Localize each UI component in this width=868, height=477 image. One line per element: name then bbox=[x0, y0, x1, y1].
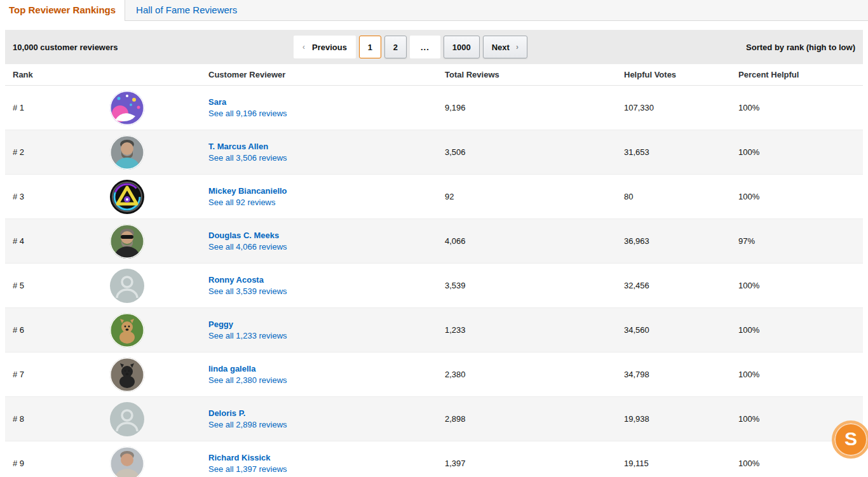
sort-order-label: Sorted by rank (high to low) bbox=[746, 43, 855, 52]
percent-helpful-cell: 100% bbox=[738, 147, 863, 157]
see-all-reviews-link[interactable]: See all 1,397 reviews bbox=[208, 464, 445, 474]
avatar-cell bbox=[75, 358, 208, 392]
avatar-cell bbox=[75, 269, 208, 303]
black-dog-avatar[interactable] bbox=[110, 358, 144, 392]
percent-helpful-cell: 100% bbox=[738, 103, 863, 112]
reviewer-name-link[interactable]: Ronny Acosta bbox=[208, 275, 445, 285]
total-reviews-cell: 1,397 bbox=[445, 459, 624, 468]
table-row: # 2T. Marcus AllenSee all 3,506 reviews3… bbox=[5, 130, 863, 175]
man-photo-avatar[interactable] bbox=[110, 447, 144, 477]
table-row: # 1SaraSee all 9,196 reviews9,196107,330… bbox=[5, 86, 863, 130]
percent-helpful-cell: 97% bbox=[738, 236, 863, 246]
total-reviews-cell: 4,066 bbox=[445, 236, 624, 246]
reviewer-name-link[interactable]: Deloris P. bbox=[208, 408, 445, 418]
sunglasses-man-avatar[interactable] bbox=[110, 224, 144, 259]
table-row: # 6PeggySee all 1,233 reviews1,23334,560… bbox=[5, 308, 863, 353]
reviewer-cell: linda galellaSee all 2,380 reviews bbox=[208, 364, 445, 385]
avatar-cell bbox=[75, 313, 208, 347]
reviewer-name-link[interactable]: Sara bbox=[208, 97, 445, 107]
total-reviews-cell: 3,506 bbox=[445, 147, 624, 157]
toolbar: 10,000 customer reviewers ‹ Previous 1 2… bbox=[5, 30, 863, 64]
see-all-reviews-link[interactable]: See all 3,506 reviews bbox=[208, 153, 445, 163]
avatar-cell bbox=[75, 135, 208, 170]
table-body: # 1SaraSee all 9,196 reviews9,196107,330… bbox=[5, 86, 863, 477]
helpful-votes-cell: 36,963 bbox=[624, 236, 738, 246]
helpful-votes-cell: 32,456 bbox=[624, 281, 738, 290]
rank-cell: # 6 bbox=[5, 325, 75, 335]
rank-cell: # 5 bbox=[5, 281, 75, 290]
previous-button[interactable]: ‹ Previous bbox=[294, 36, 356, 58]
reviewer-name-link[interactable]: Peggy bbox=[208, 319, 445, 329]
tab-hall-of-fame-reviewers[interactable]: Hall of Fame Reviewers bbox=[136, 4, 237, 15]
dog-on-grass-avatar[interactable] bbox=[110, 313, 144, 347]
extension-badge[interactable]: S bbox=[832, 420, 868, 459]
default-avatar[interactable] bbox=[110, 402, 144, 436]
total-reviews-cell: 2,898 bbox=[445, 414, 624, 424]
reviewer-cell: Douglas C. MeeksSee all 4,066 reviews bbox=[208, 231, 445, 252]
total-reviews-cell: 2,380 bbox=[445, 370, 624, 379]
total-reviews-cell: 9,196 bbox=[445, 103, 624, 112]
total-reviews-cell: 1,233 bbox=[445, 325, 624, 335]
reviewer-cell: Deloris P.See all 2,898 reviews bbox=[208, 408, 445, 429]
avatar-cell bbox=[75, 402, 208, 436]
helpful-votes-cell: 19,115 bbox=[624, 459, 738, 468]
rank-cell: # 4 bbox=[5, 236, 75, 246]
helpful-votes-cell: 34,560 bbox=[624, 325, 738, 335]
table-row: # 8Deloris P.See all 2,898 reviews2,8981… bbox=[5, 397, 863, 441]
page-button-1[interactable]: 1 bbox=[359, 36, 381, 58]
default-avatar[interactable] bbox=[110, 269, 144, 303]
table-row: # 5Ronny AcostaSee all 3,539 reviews3,53… bbox=[5, 264, 863, 308]
helpful-votes-cell: 31,653 bbox=[624, 147, 738, 157]
tab-bar: Top Reviewer Rankings Hall of Fame Revie… bbox=[0, 0, 868, 21]
helpful-votes-cell: 19,938 bbox=[624, 414, 738, 424]
tab-strip: Hall of Fame Reviewers bbox=[125, 0, 868, 21]
reviewer-name-link[interactable]: linda galella bbox=[208, 364, 445, 373]
tab-top-reviewer-rankings[interactable]: Top Reviewer Rankings bbox=[0, 0, 125, 21]
rank-cell: # 7 bbox=[5, 370, 75, 379]
reviewer-cell: PeggySee all 1,233 reviews bbox=[208, 319, 445, 340]
see-all-reviews-link[interactable]: See all 4,066 reviews bbox=[208, 242, 445, 252]
avatar-cell bbox=[75, 180, 208, 214]
page-button-1000[interactable]: 1000 bbox=[444, 36, 480, 58]
reviewer-name-link[interactable]: Mickey Biancaniello bbox=[208, 186, 445, 196]
unicorn-art-avatar[interactable] bbox=[110, 91, 144, 125]
reviewer-name-link[interactable]: T. Marcus Allen bbox=[208, 142, 445, 151]
page-button-2[interactable]: 2 bbox=[384, 36, 407, 58]
see-all-reviews-link[interactable]: See all 3,539 reviews bbox=[208, 286, 445, 296]
avatar-cell bbox=[75, 91, 208, 125]
triangle-logo-avatar[interactable] bbox=[110, 180, 144, 214]
reviewer-name-link[interactable]: Douglas C. Meeks bbox=[208, 231, 445, 240]
reviewer-cell: SaraSee all 9,196 reviews bbox=[208, 97, 445, 118]
percent-helpful-cell: 100% bbox=[738, 370, 863, 379]
reviewer-name-link[interactable]: Richard Kissick bbox=[208, 453, 445, 462]
table-row: # 4Douglas C. MeeksSee all 4,066 reviews… bbox=[5, 219, 863, 264]
bearded-man-avatar[interactable] bbox=[110, 135, 144, 170]
rank-cell: # 8 bbox=[5, 414, 75, 424]
see-all-reviews-link[interactable]: See all 2,380 reviews bbox=[208, 375, 445, 385]
total-reviews-cell: 3,539 bbox=[445, 281, 624, 290]
reviewer-cell: Richard KissickSee all 1,397 reviews bbox=[208, 453, 445, 474]
chevron-right-icon: › bbox=[516, 43, 519, 51]
helpful-votes-cell: 34,798 bbox=[624, 370, 738, 379]
avatar-cell bbox=[75, 447, 208, 477]
table-row: # 9Richard KissickSee all 1,397 reviews1… bbox=[5, 441, 863, 477]
reviewer-cell: T. Marcus AllenSee all 3,506 reviews bbox=[208, 142, 445, 163]
column-header-helpful-votes: Helpful Votes bbox=[624, 70, 738, 79]
pagination-ellipsis: ... bbox=[410, 36, 440, 58]
table-row: # 3Mickey BiancanielloSee all 92 reviews… bbox=[5, 175, 863, 219]
percent-helpful-cell: 100% bbox=[738, 192, 863, 201]
pagination: ‹ Previous 1 2 ... 1000 Next › bbox=[294, 36, 527, 58]
see-all-reviews-link[interactable]: See all 2,898 reviews bbox=[208, 420, 445, 429]
rankings-panel: 10,000 customer reviewers ‹ Previous 1 2… bbox=[5, 30, 863, 477]
next-label: Next bbox=[492, 43, 510, 52]
extension-badge-letter: S bbox=[844, 429, 857, 448]
chevron-left-icon: ‹ bbox=[302, 43, 305, 51]
rank-cell: # 1 bbox=[5, 103, 75, 112]
column-header-total-reviews: Total Reviews bbox=[445, 70, 624, 79]
rank-cell: # 2 bbox=[5, 147, 75, 157]
next-button[interactable]: Next › bbox=[483, 36, 527, 58]
see-all-reviews-link[interactable]: See all 1,233 reviews bbox=[208, 331, 445, 340]
see-all-reviews-link[interactable]: See all 92 reviews bbox=[208, 198, 445, 207]
percent-helpful-cell: 100% bbox=[738, 325, 863, 335]
see-all-reviews-link[interactable]: See all 9,196 reviews bbox=[208, 109, 445, 118]
